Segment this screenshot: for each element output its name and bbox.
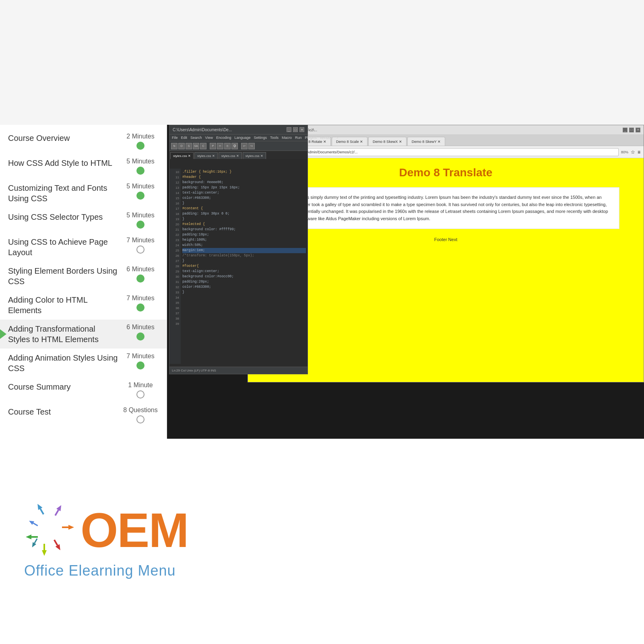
sidebar-item-label: Styling Element Borders Using CSS [8,266,122,287]
sidebar-item-customizing-text-fonts[interactable]: Customizing Text and Fonts Using CSS5 Mi… [0,179,167,208]
editor-statusbar: Ln:29 Col Unix (LF) UTF-8 INS [169,367,308,374]
code-content[interactable]: .filler { height:16px; }#header { backgr… [181,169,308,364]
browser-maximize-btn[interactable]: □ [629,128,634,132]
toolbar-save-icon[interactable]: S [186,143,192,149]
oem-logo-text: OEM [80,506,188,554]
sidebar-item-status-indicator [136,167,144,175]
sidebar-item-status-indicator [136,246,144,254]
toolbar-paste-icon[interactable]: ⏼ [231,143,238,149]
menu-tools[interactable]: Tools [270,136,279,140]
sidebar-item-using-css-selector[interactable]: Using CSS Selector Types5 Minutes [0,208,167,233]
editor-minimize-btn[interactable]: _ [287,127,291,132]
browser-minimize-btn[interactable]: _ [623,128,627,132]
sidebar-item-duration: 2 Minutes [126,133,154,140]
sidebar-item-label: Adding Color to HTML Elements [8,295,122,316]
sidebar-item-status-indicator [136,192,144,200]
sidebar-item-meta: 5 Minutes [122,158,159,175]
menu-run[interactable]: Run [295,136,302,140]
sidebar-item-status-indicator [136,142,144,150]
sidebar-item-meta: 5 Minutes [122,212,159,229]
sidebar-item-duration: 5 Minutes [126,212,154,219]
menu-search[interactable]: Search [190,136,202,140]
sidebar-item-duration: 8 Questions [123,407,157,414]
demo-body-box: Lorem Ipsum is simply dummy text of the … [272,187,619,229]
sidebar-item-duration: 5 Minutes [126,183,154,190]
toolbar-open-icon[interactable]: O [178,143,185,149]
sidebar-item-status-indicator [136,390,144,398]
sidebar-item-label: Using CSS to Achieve Page Layout [8,237,122,258]
sidebar-item-label: Adding Animation Styles Using CSS [8,353,122,374]
svg-marker-12 [28,519,34,525]
code-editor-window: C:\Users\Admin\Documents\De... _ □ ✕ Fil… [169,125,308,374]
editor-toolbar: N O S SA C P ✂ ⎘ ⏼ ↩ ↪ [169,141,308,151]
oem-subtitle: Office Elearning Menu [24,562,176,579]
browser-tab-3[interactable]: Demo 8 SkewX ✕ [368,137,407,146]
sidebar-item-meta: 5 Minutes [122,183,159,200]
menu-macro[interactable]: Macro [282,136,292,140]
editor-tab-1[interactable]: styles.css ✕ [170,152,194,159]
toolbar-cut-icon[interactable]: ✂ [217,143,223,149]
svg-rect-15 [34,538,37,543]
sidebar-item-adding-animation[interactable]: Adding Animation Styles Using CSS7 Minut… [0,349,167,378]
svg-marker-2 [56,504,63,511]
toolbar-undo-icon[interactable]: ↩ [241,143,248,149]
svg-rect-1 [39,508,44,515]
menu-encoding[interactable]: Encoding [216,136,231,140]
menu-settings[interactable]: Settings [254,136,267,140]
browser-settings-icon[interactable]: ≡ [638,149,640,155]
menu-window[interactable]: Window [320,136,333,140]
sidebar-item-label: Using CSS Selector Types [8,212,122,222]
sidebar-item-status-indicator [136,275,144,283]
browser-address-bar[interactable]: file:///C:/Users/Admin/Documents/Demos/c… [280,148,619,156]
sidebar-item-adding-color[interactable]: Adding Color to HTML Elements7 Minutes [0,291,167,320]
sidebar-item-duration: 6 Minutes [126,266,154,273]
menu-plugins[interactable]: Plugins [305,136,317,140]
editor-tab-2[interactable]: styles.css ✕ [194,152,218,159]
svg-marker-8 [42,550,47,556]
svg-rect-11 [31,536,38,538]
sidebar-item-status-indicator [136,332,144,341]
browser-close-btn[interactable]: ✕ [636,128,640,132]
sidebar-item-label: Course Test [8,407,122,417]
demo-title: Demo 8 Translate [256,166,636,179]
active-arrow-icon [0,329,6,339]
sidebar-item-status-indicator [136,361,144,369]
sidebar-item-status-indicator [136,415,144,423]
sidebar-item-course-test[interactable]: Course Test8 Questions [0,402,167,427]
menu-help[interactable]: ? [336,136,338,140]
editor-tab-3[interactable]: styles.css ✕ [219,152,242,159]
oem-arrows-logo [24,504,76,556]
screen-area: C:\Users\Admin\Documents\Demos\c2\... _ … [167,125,644,439]
editor-tab-4[interactable]: styles.css ✕ [243,152,266,159]
sidebar-item-meta: 8 Questions [122,407,159,423]
toolbar-copy-icon[interactable]: ⎘ [224,143,231,149]
menu-edit[interactable]: Edit [181,136,188,140]
svg-rect-13 [33,522,38,526]
sidebar-item-meta: 6 Minutes [122,266,159,283]
editor-maximize-btn[interactable]: □ [293,127,298,132]
sidebar-item-how-css-add-style[interactable]: How CSS Add Style to HTML5 Minutes [0,154,167,179]
logo-graphic: OEM [24,504,188,556]
toolbar-close-icon[interactable]: C [200,143,206,149]
toolbar-saveall-icon[interactable]: SA [193,143,199,149]
sidebar-item-using-css-page-layout[interactable]: Using CSS to Achieve Page Layout7 Minute… [0,233,167,262]
browser-star-icon[interactable]: ☆ [631,149,635,155]
sidebar-item-course-overview[interactable]: Course Overview2 Minutes [0,129,167,154]
sidebar-item-styling-element-borders[interactable]: Styling Element Borders Using CSS6 Minut… [0,262,167,291]
toolbar-new-icon[interactable]: N [171,143,178,149]
sidebar-item-duration: 7 Minutes [126,353,154,360]
editor-close-btn[interactable]: ✕ [299,127,304,132]
editor-menubar: File Edit Search View Encoding Language … [169,134,308,141]
menu-language[interactable]: Language [234,136,250,140]
toolbar-redo-icon[interactable]: ↪ [248,143,255,149]
sidebar-item-adding-transformational[interactable]: Adding Transformational Styles to HTML E… [0,320,167,349]
svg-rect-5 [62,526,68,528]
toolbar-print-icon[interactable]: P [210,143,216,149]
editor-titlebar: C:\Users\Admin\Documents\De... _ □ ✕ [169,125,308,134]
browser-tab-4[interactable]: Demo 8 SkewY ✕ [407,137,445,146]
menu-file[interactable]: File [172,136,178,140]
logo-area: OEM Office Elearning Menu [24,504,188,579]
menu-view[interactable]: View [205,136,213,140]
sidebar-item-meta: 1 Minute [122,382,159,398]
sidebar-item-course-summary[interactable]: Course Summary1 Minute [0,378,167,402]
